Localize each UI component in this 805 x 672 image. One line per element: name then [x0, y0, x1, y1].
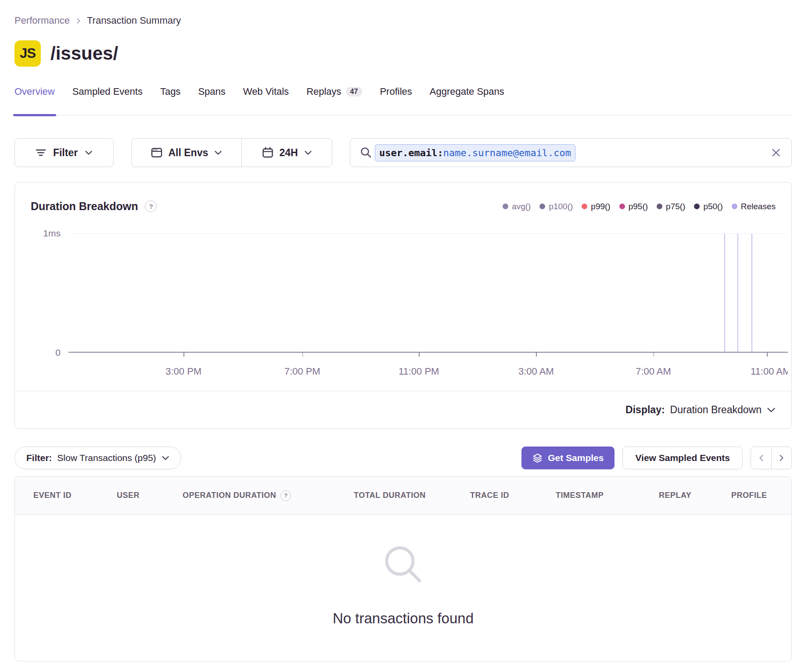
tab-count-badge: 47: [346, 87, 363, 97]
view-sampled-events-button[interactable]: View Sampled Events: [622, 447, 743, 469]
legend-label: p50(): [703, 202, 722, 211]
column-header-label: PROFILE: [731, 491, 767, 500]
tab-replays[interactable]: Replays47: [306, 86, 362, 115]
transaction-filter-label: Filter:: [26, 453, 52, 463]
chart-plot-area: [68, 233, 788, 353]
y-axis-label-bottom: 0: [37, 347, 61, 358]
search-token[interactable]: user.email:name.surname@email.com: [375, 144, 575, 161]
chevron-down-icon: [162, 455, 169, 461]
environment-selector[interactable]: All Envs: [132, 139, 241, 167]
samples-toolbar: Filter: Slow Transactions (p95) Get Samp…: [14, 447, 792, 469]
title-row: JS /issues/: [14, 40, 792, 67]
env-date-group: All Envs 24H: [131, 138, 332, 167]
tab-sampled-events[interactable]: Sampled Events: [72, 86, 143, 115]
legend-dot-icon: [694, 204, 700, 209]
column-header-label: TIMESTAMP: [556, 491, 604, 500]
environment-selector-label: All Envs: [169, 147, 208, 159]
legend-dot-icon: [619, 204, 625, 209]
release-marker-line[interactable]: [737, 234, 738, 352]
chart-help-icon[interactable]: [145, 200, 157, 212]
column-help-icon[interactable]: [280, 490, 291, 501]
transaction-summary-page: Performance Transaction Summary JS /issu…: [0, 15, 805, 661]
x-axis-tick: [654, 353, 654, 357]
legend-label: p99(): [591, 202, 610, 211]
transactions-table: EVENT IDUSEROPERATION DURATIONTOTAL DURA…: [14, 476, 792, 661]
legend-item-avg[interactable]: avg(): [503, 202, 531, 211]
tab-spans[interactable]: Spans: [198, 86, 225, 115]
window-icon: [151, 147, 162, 158]
column-header-label: USER: [117, 491, 140, 500]
x-axis-tick: [302, 353, 303, 357]
breadcrumb-transaction-summary: Transaction Summary: [87, 15, 181, 26]
transaction-filter-dropdown[interactable]: Filter: Slow Transactions (p95): [14, 447, 181, 469]
empty-state-message: No transactions found: [333, 610, 474, 627]
legend-item-p99[interactable]: p99(): [582, 202, 610, 211]
calendar-icon: [262, 147, 273, 158]
legend-dot-icon: [503, 204, 508, 209]
legend-item-p95[interactable]: p95(): [619, 202, 648, 211]
legend-item-p100[interactable]: p100(): [539, 202, 573, 211]
x-axis-tick: [536, 353, 537, 357]
x-axis-label: 3:00 AM: [518, 366, 554, 377]
tab-label: Spans: [198, 86, 225, 97]
display-dropdown[interactable]: Display: Duration Breakdown: [625, 404, 776, 416]
legend-label: p75(): [666, 202, 685, 211]
legend-dot-icon: [582, 204, 587, 209]
tab-profiles[interactable]: Profiles: [380, 86, 412, 115]
tab-label: Web Vitals: [243, 86, 289, 97]
x-axis-tick: [767, 353, 768, 357]
filter-row: Filter All Envs 24H: [14, 138, 792, 167]
release-marker-line[interactable]: [724, 234, 725, 352]
tab-tags[interactable]: Tags: [160, 86, 180, 115]
column-header-event-id: EVENT ID: [33, 491, 117, 500]
legend-label: p100(): [549, 202, 573, 211]
date-range-selector[interactable]: 24H: [242, 139, 332, 167]
chart-footer: Display: Duration Breakdown: [15, 391, 791, 429]
tab-label: Aggregate Spans: [430, 86, 504, 97]
legend-item-releases[interactable]: Releases: [732, 202, 776, 211]
column-header-label: TRACE ID: [470, 491, 509, 500]
tab-label: Sampled Events: [72, 86, 143, 97]
chevron-right-icon: [75, 18, 82, 24]
pagination: [751, 447, 792, 469]
release-marker-line[interactable]: [751, 234, 752, 352]
tab-label: Overview: [14, 86, 55, 97]
chevron-down-icon: [85, 150, 93, 155]
breadcrumb-performance[interactable]: Performance: [14, 15, 70, 26]
tab-label: Profiles: [380, 86, 412, 97]
filter-button[interactable]: Filter: [14, 138, 114, 167]
y-axis-label-top: 1ms: [37, 228, 61, 239]
x-axis-label: 7:00 PM: [284, 366, 320, 377]
next-page-button[interactable]: [771, 447, 791, 469]
tab-aggregate-spans[interactable]: Aggregate Spans: [430, 86, 504, 115]
duration-breakdown-panel: Duration Breakdown avg()p100()p99()p95()…: [14, 182, 792, 429]
clear-search-icon[interactable]: [770, 147, 782, 158]
chevron-down-icon: [214, 150, 222, 155]
tab-label: Replays: [306, 86, 341, 97]
column-header-label: REPLAY: [659, 491, 691, 500]
legend-item-p75[interactable]: p75(): [657, 202, 685, 211]
column-header-replay: REPLAY: [659, 491, 731, 500]
table-empty-state: No transactions found: [15, 515, 791, 661]
legend-dot-icon: [657, 204, 662, 209]
column-header-label: EVENT ID: [33, 491, 72, 500]
column-header-timestamp: TIMESTAMP: [556, 491, 659, 500]
date-range-label: 24H: [280, 147, 298, 159]
x-axis-labels: 3:00 PM7:00 PM11:00 PM3:00 AM7:00 AM11:0…: [68, 360, 788, 380]
chevron-down-icon: [767, 407, 776, 413]
tab-label: Tags: [160, 86, 180, 97]
previous-page-button[interactable]: [751, 447, 771, 469]
column-header-total-duration: TOTAL DURATION: [354, 491, 470, 500]
table-header-row: EVENT IDUSEROPERATION DURATIONTOTAL DURA…: [15, 477, 791, 515]
search-input[interactable]: user.email:name.surname@email.com: [350, 138, 792, 167]
x-axis-label: 11:00 PM: [399, 366, 439, 377]
search-empty-icon: [381, 543, 425, 586]
legend-label: avg(): [512, 202, 531, 211]
chart-title: Duration Breakdown: [31, 200, 138, 213]
legend-item-p50[interactable]: p50(): [694, 202, 722, 211]
tab-web-vitals[interactable]: Web Vitals: [243, 86, 289, 115]
x-axis-label: 7:00 AM: [636, 366, 671, 377]
get-samples-button[interactable]: Get Samples: [521, 447, 615, 469]
javascript-platform-icon: JS: [14, 40, 41, 67]
tab-overview[interactable]: Overview: [14, 86, 55, 115]
